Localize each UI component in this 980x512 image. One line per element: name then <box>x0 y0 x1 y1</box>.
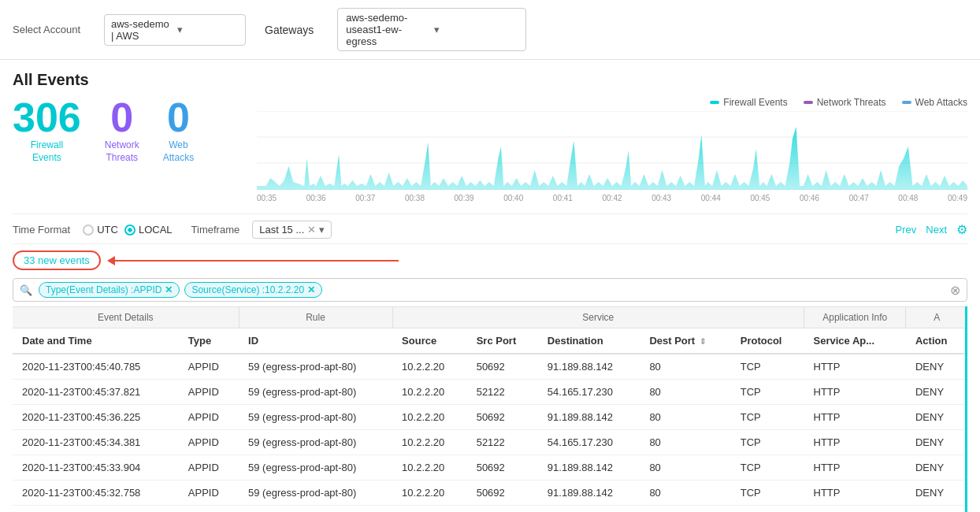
chart-svg <box>257 111 967 192</box>
x-label-5: 00:40 <box>503 194 523 202</box>
cell-4-7: TCP <box>731 455 804 480</box>
cell-1-4: 52122 <box>467 380 538 405</box>
attacks-label: WebAttacks <box>163 139 194 164</box>
account-select[interactable]: aws-sedemo | AWS ▾ <box>104 14 246 46</box>
gear-icon[interactable]: ⚙ <box>956 222 967 237</box>
cell-3-5: 54.165.17.230 <box>538 430 640 455</box>
time-format-options: UTC LOCAL <box>83 224 172 236</box>
cell-5-5: 91.189.88.142 <box>538 480 640 506</box>
table-row[interactable]: 2020-11-23T00:45:32.758APPID59 (egress-p… <box>13 480 967 506</box>
cell-2-0: 2020-11-23T00:45:36.225 <box>13 405 179 430</box>
timeframe-close-icon[interactable]: ✕ <box>307 224 316 236</box>
threats-legend-dot <box>804 101 813 104</box>
svg-marker-4 <box>257 127 967 190</box>
cell-0-6: 80 <box>640 354 730 380</box>
x-label-0: 00:35 <box>257 194 277 202</box>
cell-6-9: DENY <box>906 506 967 513</box>
table-col-headers: Date and Time Type ID Source Src Port De… <box>13 328 967 354</box>
timeframe-select[interactable]: Last 15 ... ✕ ▾ <box>252 221 332 239</box>
cell-2-6: 80 <box>640 405 730 430</box>
cell-3-8: HTTP <box>804 430 906 455</box>
next-button[interactable]: Next <box>926 224 947 236</box>
local-label: LOCAL <box>139 224 173 236</box>
sort-icon-destport: ⇕ <box>700 337 706 346</box>
stats-panel: 306 FirewallEvents 0 NetworkThreats 0 We… <box>13 97 241 164</box>
cell-5-8: HTTP <box>804 480 906 506</box>
stats-chart-row: 306 FirewallEvents 0 NetworkThreats 0 We… <box>13 97 967 202</box>
firewall-label: FirewallEvents <box>13 139 81 164</box>
events-table: Event Details Rule Service Application I… <box>13 307 967 512</box>
filter-bar[interactable]: 🔍 Type(Event Details) :APPID ✕ Source(Se… <box>13 278 967 302</box>
cell-4-8: HTTP <box>804 455 906 480</box>
col-header-srcport[interactable]: Src Port <box>467 328 538 354</box>
filter-tag-type[interactable]: Type(Event Details) :APPID ✕ <box>39 282 180 298</box>
col-header-id[interactable]: ID <box>239 328 392 354</box>
prev-button[interactable]: Prev <box>896 224 917 236</box>
cell-6-2: 59 (egress-prod-apt-80) <box>239 506 392 513</box>
attacks-legend-label: Web Attacks <box>915 97 967 108</box>
col-header-serviceap[interactable]: Service Ap... <box>804 328 906 354</box>
col-header-action[interactable]: Action <box>906 328 967 354</box>
cell-3-0: 2020-11-23T00:45:34.381 <box>13 430 179 455</box>
col-header-destport[interactable]: Dest Port ⇕ <box>640 328 730 354</box>
x-label-9: 00:44 <box>701 194 721 202</box>
cell-0-2: 59 (egress-prod-apt-80) <box>239 354 392 380</box>
filter-source-remove[interactable]: ✕ <box>307 284 315 295</box>
x-label-14: 00:49 <box>948 194 967 202</box>
cell-5-4: 50692 <box>467 480 538 506</box>
threats-legend-label: Network Threats <box>817 97 886 108</box>
table-body: 2020-11-23T00:45:40.785APPID59 (egress-p… <box>13 354 967 512</box>
cell-1-9: DENY <box>906 380 967 405</box>
col-header-source[interactable]: Source <box>392 328 467 354</box>
chevron-down-icon: ▾ <box>319 224 325 236</box>
cell-0-3: 10.2.2.20 <box>392 354 467 380</box>
col-header-destination[interactable]: Destination <box>538 328 640 354</box>
table-row[interactable]: 2020-11-23T00:45:37.821APPID59 (egress-p… <box>13 380 967 405</box>
filter-type-remove[interactable]: ✕ <box>165 284 173 295</box>
top-bar: Select Account aws-sedemo | AWS ▾ Gatewa… <box>0 0 980 60</box>
x-label-3: 00:38 <box>405 194 425 202</box>
main-content: All Events 306 FirewallEvents 0 NetworkT… <box>0 60 980 512</box>
cell-3-6: 80 <box>640 430 730 455</box>
utc-radio[interactable]: UTC <box>83 224 118 236</box>
section-title: All Events <box>13 71 967 89</box>
filter-clear-icon[interactable]: ⊗ <box>950 283 960 298</box>
x-label-6: 00:41 <box>553 194 573 202</box>
gateway-select[interactable]: aws-sedemo-useast1-ew-egress ▾ <box>337 8 526 51</box>
cell-5-9: DENY <box>906 480 967 506</box>
table-row[interactable]: 2020-11-23T00:45:33.904APPID59 (egress-p… <box>13 455 967 480</box>
x-label-8: 00:43 <box>651 194 671 202</box>
cell-6-5: 54.165.17.230 <box>538 506 640 513</box>
nav-controls: Prev Next ⚙ <box>896 222 967 237</box>
cell-2-9: DENY <box>906 405 967 430</box>
legend-threats: Network Threats <box>804 97 886 108</box>
timeframe-label: Timeframe <box>191 224 240 236</box>
cell-1-5: 54.165.17.230 <box>538 380 640 405</box>
x-label-1: 00:36 <box>306 194 326 202</box>
x-label-10: 00:45 <box>750 194 770 202</box>
chart-x-labels: 00:35 00:36 00:37 00:38 00:39 00:40 00:4… <box>257 192 967 202</box>
cell-4-0: 2020-11-23T00:45:33.904 <box>13 455 179 480</box>
cell-3-4: 52122 <box>467 430 538 455</box>
cell-2-5: 91.189.88.142 <box>538 405 640 430</box>
table-row[interactable]: 2020-11-23T00:45:32.621APPID59 (egress-p… <box>13 506 967 513</box>
col-header-protocol[interactable]: Protocol <box>731 328 804 354</box>
filter-type-label: Type(Event Details) :APPID <box>46 284 161 295</box>
table-row[interactable]: 2020-11-23T00:45:34.381APPID59 (egress-p… <box>13 430 967 455</box>
col-header-type[interactable]: Type <box>179 328 239 354</box>
group-header-event-details: Event Details <box>13 307 239 328</box>
new-events-badge[interactable]: 33 new events <box>13 250 101 270</box>
cell-5-3: 10.2.2.20 <box>392 480 467 506</box>
filter-tag-source[interactable]: Source(Service) :10.2.2.20 ✕ <box>184 282 322 298</box>
table-row[interactable]: 2020-11-23T00:45:40.785APPID59 (egress-p… <box>13 354 967 380</box>
cell-0-7: TCP <box>731 354 804 380</box>
table-row[interactable]: 2020-11-23T00:45:36.225APPID59 (egress-p… <box>13 405 967 430</box>
cell-0-9: DENY <box>906 354 967 380</box>
gateway-value: aws-sedemo-useast1-ew-egress <box>346 12 429 47</box>
local-radio[interactable]: LOCAL <box>124 224 173 236</box>
firewall-count: 306 <box>13 97 81 138</box>
stat-firewall: 306 FirewallEvents <box>13 97 81 164</box>
col-header-datetime[interactable]: Date and Time <box>13 328 179 354</box>
cell-4-4: 50692 <box>467 455 538 480</box>
utc-label: UTC <box>97 224 118 236</box>
